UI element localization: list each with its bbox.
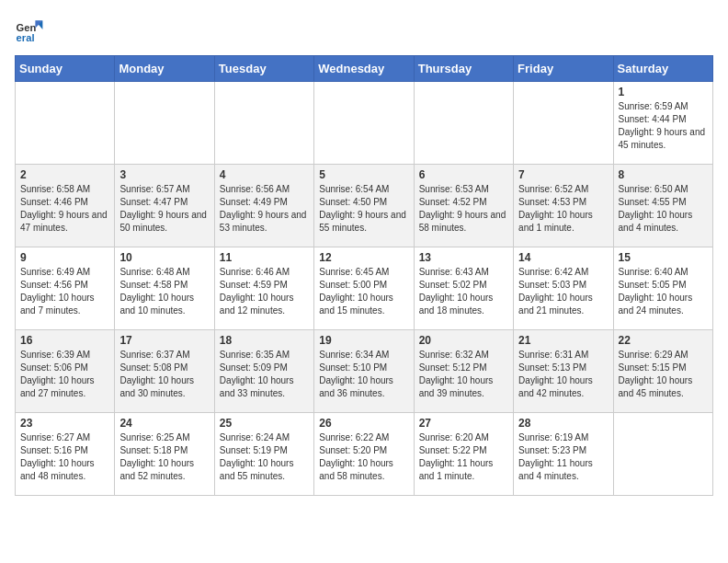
day-number: 22 [619, 334, 708, 347]
calendar-header-thursday: Thursday [414, 56, 513, 82]
day-info: Sunrise: 6:49 AM Sunset: 4:56 PM Dayligh… [20, 266, 109, 317]
calendar-header-wednesday: Wednesday [314, 56, 414, 82]
calendar-cell: 23Sunrise: 6:27 AM Sunset: 5:16 PM Dayli… [16, 413, 115, 496]
day-number: 2 [20, 168, 109, 181]
day-number: 13 [419, 251, 508, 264]
day-info: Sunrise: 6:27 AM Sunset: 5:16 PM Dayligh… [20, 431, 109, 483]
day-info: Sunrise: 6:46 AM Sunset: 4:59 PM Dayligh… [220, 266, 309, 317]
day-number: 25 [220, 417, 309, 430]
day-info: Sunrise: 6:52 AM Sunset: 4:53 PM Dayligh… [518, 183, 608, 235]
calendar-week-row: 16Sunrise: 6:39 AM Sunset: 5:06 PM Dayli… [16, 330, 713, 413]
calendar-cell [613, 413, 712, 496]
calendar-header-saturday: Saturday [613, 56, 712, 82]
day-number: 20 [419, 334, 508, 347]
day-number: 23 [20, 417, 109, 430]
calendar-cell: 6Sunrise: 6:53 AM Sunset: 4:52 PM Daylig… [414, 165, 513, 247]
calendar-cell: 2Sunrise: 6:58 AM Sunset: 4:46 PM Daylig… [16, 165, 115, 247]
day-number: 28 [518, 417, 608, 430]
day-info: Sunrise: 6:58 AM Sunset: 4:46 PM Dayligh… [20, 183, 109, 235]
day-info: Sunrise: 6:39 AM Sunset: 5:06 PM Dayligh… [20, 349, 109, 400]
calendar-cell: 10Sunrise: 6:48 AM Sunset: 4:58 PM Dayli… [115, 247, 214, 330]
day-number: 6 [419, 168, 508, 181]
calendar-cell: 13Sunrise: 6:43 AM Sunset: 5:02 PM Dayli… [414, 247, 513, 330]
day-number: 8 [619, 168, 708, 181]
day-info: Sunrise: 6:22 AM Sunset: 5:20 PM Dayligh… [319, 431, 408, 483]
calendar-cell: 18Sunrise: 6:35 AM Sunset: 5:09 PM Dayli… [214, 330, 313, 413]
day-number: 21 [518, 334, 608, 347]
calendar-cell: 12Sunrise: 6:45 AM Sunset: 5:00 PM Dayli… [314, 247, 414, 330]
calendar-cell: 21Sunrise: 6:31 AM Sunset: 5:13 PM Dayli… [514, 330, 613, 413]
day-info: Sunrise: 6:35 AM Sunset: 5:09 PM Dayligh… [220, 349, 309, 400]
calendar-cell: 27Sunrise: 6:20 AM Sunset: 5:22 PM Dayli… [414, 413, 513, 496]
day-number: 26 [319, 417, 408, 430]
calendar-table: SundayMondayTuesdayWednesdayThursdayFrid… [15, 55, 713, 496]
calendar-week-row: 1Sunrise: 6:59 AM Sunset: 4:44 PM Daylig… [16, 82, 713, 165]
calendar-header-monday: Monday [115, 56, 214, 82]
calendar-cell [214, 82, 313, 165]
calendar-header-friday: Friday [514, 56, 613, 82]
calendar-cell: 5Sunrise: 6:54 AM Sunset: 4:50 PM Daylig… [314, 165, 414, 247]
calendar-cell: 9Sunrise: 6:49 AM Sunset: 4:56 PM Daylig… [16, 247, 115, 330]
calendar-cell: 20Sunrise: 6:32 AM Sunset: 5:12 PM Dayli… [414, 330, 513, 413]
calendar-week-row: 9Sunrise: 6:49 AM Sunset: 4:56 PM Daylig… [16, 247, 713, 330]
day-info: Sunrise: 6:31 AM Sunset: 5:13 PM Dayligh… [518, 349, 608, 400]
calendar-cell: 22Sunrise: 6:29 AM Sunset: 5:15 PM Dayli… [613, 330, 712, 413]
day-number: 5 [319, 168, 408, 181]
day-info: Sunrise: 6:37 AM Sunset: 5:08 PM Dayligh… [119, 349, 209, 400]
calendar-header-tuesday: Tuesday [214, 56, 313, 82]
calendar-cell: 14Sunrise: 6:42 AM Sunset: 5:03 PM Dayli… [514, 247, 613, 330]
day-info: Sunrise: 6:54 AM Sunset: 4:50 PM Dayligh… [319, 183, 408, 235]
calendar-cell: 4Sunrise: 6:56 AM Sunset: 4:49 PM Daylig… [214, 165, 313, 247]
calendar-week-row: 2Sunrise: 6:58 AM Sunset: 4:46 PM Daylig… [16, 165, 713, 247]
svg-text:eral: eral [17, 32, 35, 43]
logo: Gen eral [15, 15, 48, 44]
day-number: 24 [119, 417, 209, 430]
calendar-cell [16, 82, 115, 165]
day-number: 12 [319, 251, 408, 264]
day-info: Sunrise: 6:40 AM Sunset: 5:05 PM Dayligh… [619, 266, 708, 317]
calendar-cell: 3Sunrise: 6:57 AM Sunset: 4:47 PM Daylig… [115, 165, 214, 247]
calendar-cell [314, 82, 414, 165]
calendar-cell: 1Sunrise: 6:59 AM Sunset: 4:44 PM Daylig… [613, 82, 712, 165]
day-info: Sunrise: 6:43 AM Sunset: 5:02 PM Dayligh… [419, 266, 508, 317]
day-number: 18 [220, 334, 309, 347]
day-info: Sunrise: 6:59 AM Sunset: 4:44 PM Dayligh… [619, 100, 708, 152]
calendar-cell: 8Sunrise: 6:50 AM Sunset: 4:55 PM Daylig… [613, 165, 712, 247]
calendar-cell: 16Sunrise: 6:39 AM Sunset: 5:06 PM Dayli… [16, 330, 115, 413]
day-info: Sunrise: 6:53 AM Sunset: 4:52 PM Dayligh… [419, 183, 508, 235]
calendar-cell: 25Sunrise: 6:24 AM Sunset: 5:19 PM Dayli… [214, 413, 313, 496]
day-info: Sunrise: 6:45 AM Sunset: 5:00 PM Dayligh… [319, 266, 408, 317]
calendar-cell: 7Sunrise: 6:52 AM Sunset: 4:53 PM Daylig… [514, 165, 613, 247]
calendar-header-row: SundayMondayTuesdayWednesdayThursdayFrid… [16, 56, 713, 82]
logo-icon: Gen eral [15, 15, 44, 44]
day-info: Sunrise: 6:56 AM Sunset: 4:49 PM Dayligh… [220, 183, 309, 235]
day-info: Sunrise: 6:42 AM Sunset: 5:03 PM Dayligh… [518, 266, 608, 317]
day-info: Sunrise: 6:50 AM Sunset: 4:55 PM Dayligh… [619, 183, 708, 235]
svg-text:Gen: Gen [17, 22, 37, 33]
calendar-cell: 17Sunrise: 6:37 AM Sunset: 5:08 PM Dayli… [115, 330, 214, 413]
day-number: 16 [20, 334, 109, 347]
calendar-cell: 28Sunrise: 6:19 AM Sunset: 5:23 PM Dayli… [514, 413, 613, 496]
page-header: Gen eral [15, 15, 713, 44]
day-number: 3 [119, 168, 209, 181]
calendar-cell [115, 82, 214, 165]
day-info: Sunrise: 6:25 AM Sunset: 5:18 PM Dayligh… [119, 431, 209, 483]
day-info: Sunrise: 6:32 AM Sunset: 5:12 PM Dayligh… [419, 349, 508, 400]
calendar-cell [414, 82, 513, 165]
day-number: 14 [518, 251, 608, 264]
day-info: Sunrise: 6:48 AM Sunset: 4:58 PM Dayligh… [119, 266, 209, 317]
day-info: Sunrise: 6:24 AM Sunset: 5:19 PM Dayligh… [220, 431, 309, 483]
day-number: 7 [518, 168, 608, 181]
day-info: Sunrise: 6:20 AM Sunset: 5:22 PM Dayligh… [419, 431, 508, 483]
day-info: Sunrise: 6:19 AM Sunset: 5:23 PM Dayligh… [518, 431, 608, 483]
day-info: Sunrise: 6:57 AM Sunset: 4:47 PM Dayligh… [119, 183, 209, 235]
calendar-cell: 11Sunrise: 6:46 AM Sunset: 4:59 PM Dayli… [214, 247, 313, 330]
day-number: 4 [220, 168, 309, 181]
calendar-header-sunday: Sunday [16, 56, 115, 82]
day-number: 17 [119, 334, 209, 347]
calendar-cell: 26Sunrise: 6:22 AM Sunset: 5:20 PM Dayli… [314, 413, 414, 496]
calendar-cell: 15Sunrise: 6:40 AM Sunset: 5:05 PM Dayli… [613, 247, 712, 330]
day-number: 10 [119, 251, 209, 264]
day-number: 15 [619, 251, 708, 264]
calendar-cell: 19Sunrise: 6:34 AM Sunset: 5:10 PM Dayli… [314, 330, 414, 413]
